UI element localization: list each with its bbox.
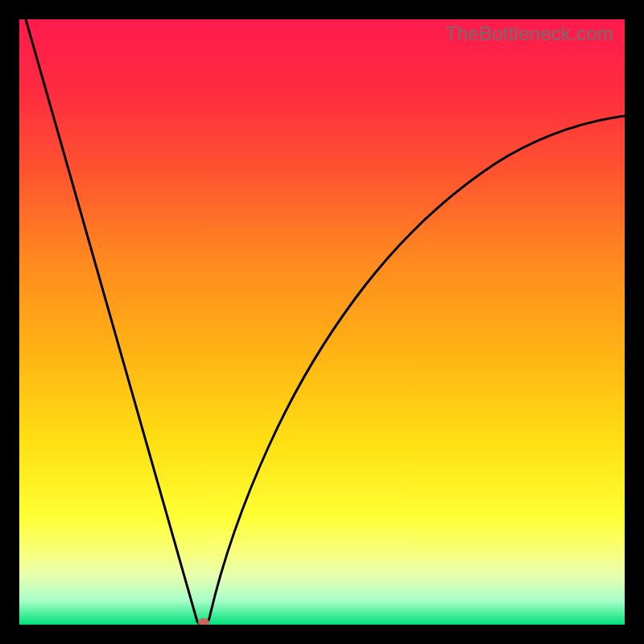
plot-area: TheBottleneck.com bbox=[19, 19, 625, 625]
minimum-marker bbox=[198, 618, 209, 625]
curve-path bbox=[26, 19, 625, 625]
chart-frame: TheBottleneck.com bbox=[0, 0, 644, 644]
bottleneck-curve bbox=[19, 19, 625, 625]
